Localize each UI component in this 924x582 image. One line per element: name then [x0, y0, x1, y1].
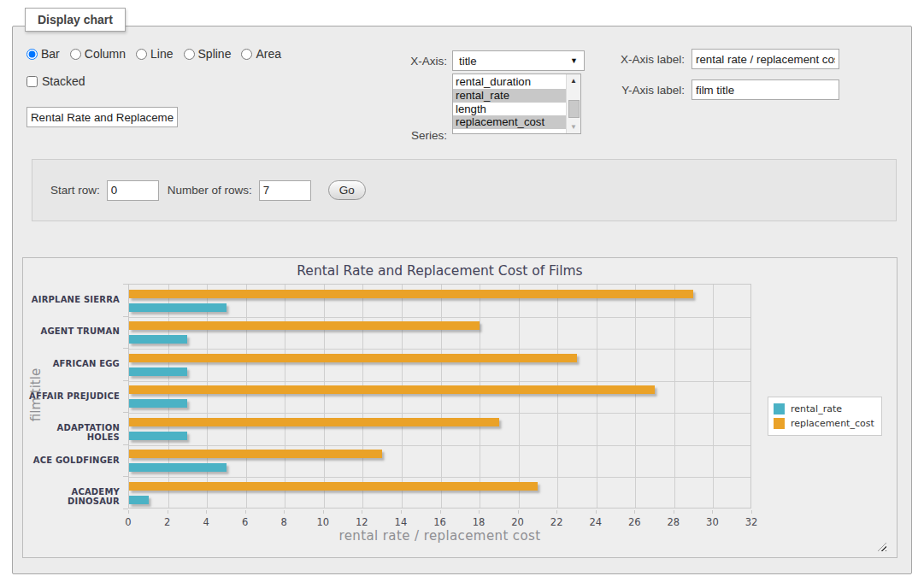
page: Display chart Bar Column Line Spline Are… — [0, 0, 924, 582]
chart-type-option-area[interactable]: Area — [241, 47, 281, 61]
legend-label: rental_rate — [791, 403, 842, 414]
start-row-label: Start row: — [50, 184, 100, 197]
bar-rental_rate — [129, 367, 187, 376]
y-axis-label-input[interactable] — [692, 79, 839, 100]
bar-rental_rate — [129, 303, 227, 312]
x-axis-tick — [401, 510, 402, 514]
y-axis-tick — [123, 380, 128, 381]
series-listbox[interactable]: rental_duration rental_rate length repla… — [452, 73, 581, 134]
chart-type-option-line[interactable]: Line — [136, 47, 173, 61]
x-tick-label: 20 — [501, 516, 535, 528]
bar-replacement_cost — [129, 418, 499, 426]
y-axis-tick — [123, 316, 128, 317]
x-tick-label: 12 — [344, 516, 379, 528]
x-tick-label: 30 — [695, 516, 729, 528]
legend-entry: rental_rate — [774, 402, 874, 416]
area-radio[interactable] — [241, 49, 252, 60]
gridline — [519, 285, 520, 508]
line-radio[interactable] — [136, 49, 147, 60]
fieldset-legend: Display chart — [25, 8, 126, 32]
gridline — [246, 285, 247, 508]
x-tick-label: 18 — [462, 516, 496, 528]
category-label: ACADEMY DINOSAUR — [23, 487, 120, 506]
y-axis-title: film title — [28, 339, 42, 450]
x-tick-label: 26 — [617, 516, 651, 528]
x-axis-tick — [596, 510, 597, 514]
x-axis-tick — [284, 510, 285, 514]
x-tick-label: 2 — [150, 516, 185, 528]
x-tick-label: 4 — [189, 516, 223, 528]
x-axis-tick — [206, 510, 207, 514]
series-options: rental_duration rental_rate length repla… — [453, 74, 566, 133]
legend-swatch-replacement_cost — [774, 418, 785, 429]
bar-rental_rate — [129, 463, 227, 472]
gridline — [441, 285, 442, 508]
gridline — [129, 413, 750, 414]
series-scrollbar[interactable]: ▲ ▼ — [566, 74, 580, 133]
chart-container: Rental Rate and Replacement Cost of Film… — [22, 257, 898, 558]
bar-rental_rate — [129, 335, 187, 344]
chart-type-option-column[interactable]: Column — [70, 47, 126, 61]
series-option[interactable]: rental_duration — [453, 75, 566, 89]
x-axis-select-label: X-Axis: — [389, 55, 447, 68]
gridline — [674, 285, 675, 508]
x-axis-tick — [362, 510, 362, 514]
y-axis-tick — [123, 476, 128, 477]
bar-replacement_cost — [129, 385, 655, 394]
x-tick-label: 16 — [423, 516, 457, 528]
x-axis-label-label: X-Axis label: — [611, 53, 685, 66]
bar-replacement_cost — [129, 450, 382, 458]
x-tick-label: 24 — [579, 516, 613, 528]
gridline — [129, 381, 750, 382]
scroll-down-icon[interactable]: ▼ — [567, 121, 581, 133]
x-axis-select[interactable]: title ▼ — [452, 50, 585, 71]
column-radio[interactable] — [70, 49, 81, 60]
bar-radio[interactable] — [26, 49, 38, 60]
bar-replacement_cost — [129, 321, 480, 330]
scroll-up-icon[interactable]: ▲ — [567, 74, 581, 87]
y-axis-tick — [123, 444, 128, 445]
gridline — [129, 477, 750, 478]
category-label: AGENT TRUMAN — [23, 326, 120, 336]
gridline — [713, 285, 714, 508]
bar-radio-label: Bar — [41, 47, 60, 61]
num-rows-input[interactable] — [259, 180, 311, 201]
series-option[interactable]: rental_rate — [453, 89, 566, 103]
legend-swatch-rental_rate — [774, 403, 785, 414]
x-axis-tick — [634, 510, 635, 514]
x-axis-tick — [440, 510, 441, 514]
x-axis-selected-value: title — [459, 55, 477, 68]
gridline — [285, 285, 285, 508]
resize-handle-icon[interactable] — [878, 543, 886, 551]
line-radio-label: Line — [150, 47, 173, 61]
bar-replacement_cost — [129, 354, 577, 362]
start-row-input[interactable] — [107, 180, 159, 201]
spline-radio[interactable] — [184, 49, 195, 60]
x-axis-tick — [479, 510, 480, 514]
gridline — [557, 285, 558, 508]
y-axis-tick — [123, 348, 128, 349]
stacked-checkbox[interactable] — [26, 76, 38, 87]
stacked-option[interactable]: Stacked — [26, 74, 85, 88]
chart-type-radio-group: Bar Column Line Spline Area — [26, 47, 288, 61]
scrollbar-thumb[interactable] — [568, 100, 580, 118]
gridline — [635, 285, 636, 508]
gridline — [402, 285, 403, 508]
chart-title: Rental Rate and Replacement Cost of Film… — [128, 263, 751, 279]
x-axis-tick — [556, 510, 557, 514]
x-tick-label: 14 — [384, 516, 418, 528]
category-label: ACE GOLDFINGER — [23, 456, 120, 465]
x-tick-label: 6 — [228, 516, 262, 528]
y-axis-tick — [123, 284, 128, 285]
legend-entry: replacement_cost — [774, 416, 874, 431]
y-axis-label-label: Y-Axis label: — [611, 84, 685, 97]
x-axis-tick — [168, 510, 168, 514]
go-button[interactable]: Go — [328, 180, 366, 200]
series-option[interactable]: replacement_cost — [453, 115, 566, 129]
chart-type-option-spline[interactable]: Spline — [184, 47, 232, 61]
series-option[interactable]: length — [453, 103, 566, 116]
chart-type-option-bar[interactable]: Bar — [26, 47, 60, 61]
x-axis-label-input[interactable] — [692, 49, 839, 69]
chart-title-input[interactable] — [26, 107, 178, 127]
y-axis-tick — [123, 509, 128, 509]
